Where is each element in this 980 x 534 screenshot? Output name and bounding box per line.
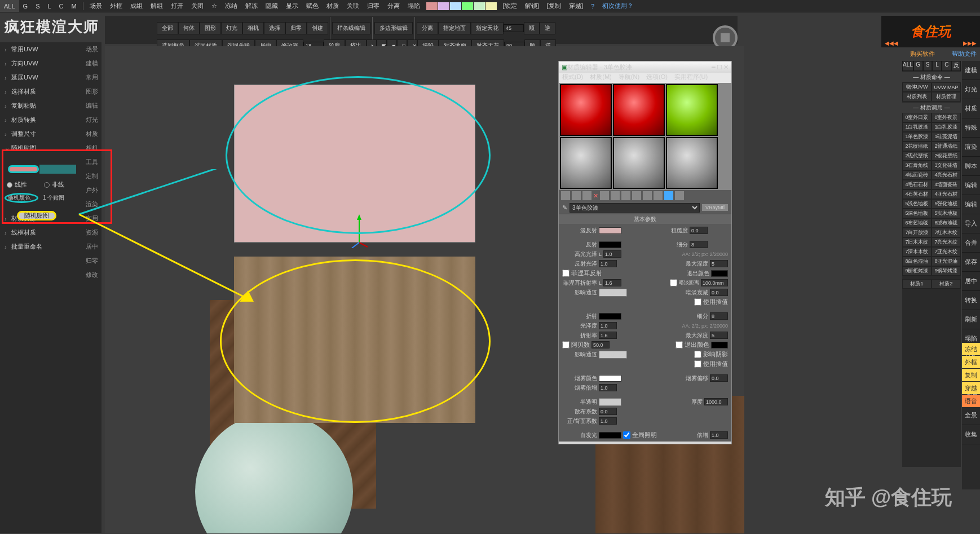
tb-all[interactable]: ALL — [0, 0, 19, 12]
material-preset[interactable]: 1白乳胶漆 — [902, 122, 932, 132]
material-preset[interactable]: 6绒布地毯 — [932, 218, 961, 228]
svg-line-2 — [359, 242, 368, 247]
material-preset[interactable]: 7亚光木纹 — [932, 247, 961, 257]
material-preset-grid: 0室外日景0室外夜景1白乳胶漆1白乳胶漆1单色胶漆1硅藻泥墙2花纹墙纸2普通墙纸… — [902, 113, 961, 276]
material-slots — [559, 83, 731, 190]
watermark: 知乎 @食住玩 — [825, 484, 952, 511]
material-preset[interactable]: 4亚光石材 — [932, 189, 961, 199]
material-preset[interactable]: 4地面瓷砖 — [902, 170, 932, 180]
left-panel: ›常用UVW ›方向UVW ›延展UVW ›选择材质 ›复制粘贴 ›材质转换 ›… — [0, 42, 101, 533]
material-preset[interactable]: 4亮光石材 — [932, 170, 961, 180]
transform-gizmo[interactable] — [351, 214, 368, 242]
far-right-tabs: 建模灯光材质特殊渲染脚本编辑编辑导入合并保存居中转换刷新塌陷材质相机清理全景收集 — [962, 61, 980, 489]
top-menubar: ALL G S L C M 场景 外框 成组 解组 打开 关闭 ☆ 冻结 解冻 … — [0, 0, 980, 12]
material-preset[interactable]: 4石英石材 — [902, 189, 932, 199]
material-preset[interactable]: 8亚光混油 — [932, 257, 961, 266]
material-editor-window[interactable]: ▣ 材质编辑器 - 3单色胶漆 ━ ☐ ✕ 模式(D)材质(M) 导航(N)选项… — [558, 61, 732, 444]
material-preset[interactable]: 2银花壁纸 — [932, 151, 961, 161]
material-preset[interactable]: 6布艺地毯 — [902, 218, 932, 228]
material-preset[interactable]: 5实木地板 — [932, 209, 961, 218]
yellow-action-buttons: 冻结外框复制穿越语音 — [962, 343, 980, 408]
minimize-icon[interactable]: ━ — [712, 64, 716, 71]
material-preset[interactable]: 2现代壁纸 — [902, 151, 932, 161]
material-preset[interactable]: 7亮光木纹 — [932, 237, 961, 247]
category-tabs: 场景建模 常用图形 编辑灯光 材质相机 工具定制 户外渲染 实用资源 居中归零 … — [82, 42, 101, 282]
brand-logo: 食住玩 ◀◀◀ ▶▶▶ — [881, 16, 980, 47]
material-preset[interactable]: 7旧木木纹 — [902, 237, 932, 247]
close-icon[interactable]: ✕ — [723, 64, 729, 71]
logo-links: 购买软件 帮助文件 — [910, 50, 977, 58]
material-preset[interactable]: 7白开放漆 — [902, 228, 932, 237]
svg-line-3 — [352, 242, 359, 248]
svg-marker-1 — [357, 214, 361, 220]
material-preset[interactable]: 4毛石石材 — [902, 180, 932, 189]
material-preset[interactable]: 0室外夜景 — [932, 113, 961, 122]
ribbon-toolbar: 全部何体 图形灯光 相机选择 归零创建 样条线编辑 多边形编辑 分离指定地面 指… — [105, 16, 738, 44]
wood-plane[interactable] — [234, 257, 475, 423]
material-preset[interactable]: 7红木木纹 — [932, 228, 961, 237]
material-preset[interactable]: 9橱柜烤漆 — [902, 266, 932, 276]
material-name-select[interactable]: 3单色胶漆 — [570, 203, 700, 213]
material-preset[interactable]: 9钢琴烤漆 — [932, 266, 961, 276]
material-preset[interactable]: 4墙面瓷砖 — [932, 180, 961, 189]
material-preset[interactable]: 5浅色地板 — [902, 199, 932, 209]
window-title[interactable]: ▣ 材质编辑器 - 3单色胶漆 ━ ☐ ✕ — [559, 61, 731, 73]
radio-nonlinear[interactable]: 非线 — [44, 180, 64, 189]
material-preset[interactable]: 7深木木纹 — [902, 247, 932, 257]
color-swatch-highlighted[interactable] — [8, 165, 39, 173]
material-preset[interactable]: 5深色地板 — [902, 209, 932, 218]
radio-linear[interactable]: 线性 — [7, 180, 27, 189]
mat-toolbar: ✕ — [559, 190, 731, 201]
material-preset[interactable]: 0室外日景 — [902, 113, 932, 122]
app-title: 疯狂模渲大师 — [5, 17, 99, 37]
material-preset[interactable]: 1硅藻泥墙 — [932, 132, 961, 142]
random-texture-button[interactable]: 随机贴图 — [17, 211, 56, 220]
material-preset[interactable]: 8白色混油 — [902, 257, 932, 266]
eyedropper-icon[interactable]: ✎ — [562, 204, 567, 211]
material-preset[interactable]: 1白乳胶漆 — [932, 122, 961, 132]
picker-icon[interactable] — [561, 191, 570, 200]
material-preset[interactable]: 1单色胶漆 — [902, 132, 932, 142]
material-preset[interactable]: 3石膏角线 — [902, 161, 932, 170]
maximize-icon[interactable]: ☐ — [717, 64, 722, 71]
right-panel: ALLG SL C反 — 材质命令 — 物体UVWUVW MAP 材质列表材质管… — [902, 61, 961, 467]
material-preset[interactable]: 5强化地板 — [932, 199, 961, 209]
material-preset[interactable]: 2花纹墙纸 — [902, 142, 932, 151]
material-preset[interactable]: 3文化砖墙 — [932, 161, 961, 170]
material-menu: 模式(D)材质(M) 导航(N)选项(O) 实用程序(U) — [559, 73, 731, 83]
material-preset[interactable]: 2普通墙纸 — [932, 142, 961, 151]
color-swatches — [426, 2, 497, 10]
